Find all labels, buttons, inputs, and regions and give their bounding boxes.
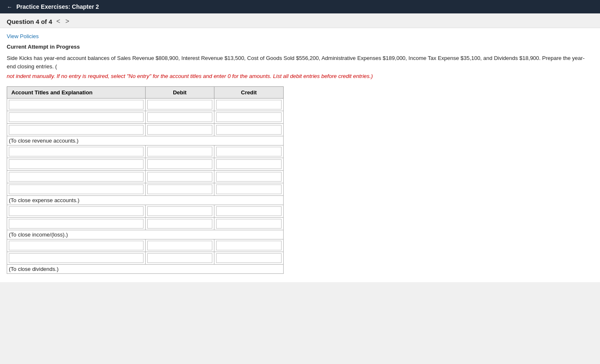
section-3-row-0-credit-input[interactable] bbox=[216, 241, 282, 250]
section-0-row-1-debit-input[interactable] bbox=[147, 112, 213, 122]
section-0-row-1-credit-input[interactable] bbox=[216, 112, 282, 122]
section-0-row-2-debit-input[interactable] bbox=[147, 125, 213, 135]
col-header-debit: Debit bbox=[145, 86, 214, 98]
back-arrow-icon[interactable]: ← bbox=[7, 4, 12, 10]
section-1-row-2-credit-input[interactable] bbox=[216, 172, 282, 182]
next-question-button[interactable]: > bbox=[65, 18, 70, 25]
section-1-row-3-account-input[interactable] bbox=[9, 185, 143, 194]
section-3-note: (To close dividends.) bbox=[7, 264, 284, 273]
section-0-row-2-account-input[interactable] bbox=[9, 125, 143, 135]
question-text: Side Kicks has year-end account balances… bbox=[7, 54, 593, 70]
section-1-row-2-debit-input[interactable] bbox=[147, 172, 213, 182]
section-2-note: (To close income/(loss).) bbox=[7, 230, 284, 239]
section-1-row-1-debit-input[interactable] bbox=[147, 159, 213, 169]
section-1-row-1-credit-input[interactable] bbox=[216, 159, 282, 169]
main-content: View Policies Current Attempt in Progres… bbox=[0, 28, 600, 282]
section-3-row-1-debit-input[interactable] bbox=[147, 253, 213, 263]
section-2-row-1-debit-input[interactable] bbox=[147, 219, 213, 229]
section-0-row-0-account-input[interactable] bbox=[9, 100, 143, 109]
question-text-instruction: not indent manually. If no entry is requ… bbox=[7, 72, 593, 81]
app-title: Practice Exercises: Chapter 2 bbox=[16, 3, 99, 10]
section-1-row-3-credit-input[interactable] bbox=[216, 185, 282, 194]
section-2-row-0-credit-input[interactable] bbox=[216, 206, 282, 216]
col-header-account: Account Titles and Explanation bbox=[7, 86, 146, 98]
section-3-row-1-credit-input[interactable] bbox=[216, 253, 282, 263]
app-header: ← Practice Exercises: Chapter 2 bbox=[0, 0, 600, 13]
journal-table: Account Titles and Explanation Debit Cre… bbox=[7, 86, 284, 274]
section-3-row-1-account-input[interactable] bbox=[9, 253, 143, 263]
section-1-row-0-credit-input[interactable] bbox=[216, 147, 282, 156]
prev-question-button[interactable]: < bbox=[55, 18, 61, 25]
current-attempt-label: Current Attempt in Progress bbox=[7, 44, 593, 50]
section-3-row-0-debit-input[interactable] bbox=[147, 241, 213, 250]
section-0-note: (To close revenue accounts.) bbox=[7, 136, 284, 145]
section-2-row-0-debit-input[interactable] bbox=[147, 206, 213, 216]
question-label: Question 4 of 4 bbox=[7, 18, 52, 25]
section-1-row-3-debit-input[interactable] bbox=[147, 185, 213, 194]
section-1-row-1-account-input[interactable] bbox=[9, 159, 143, 169]
section-2-row-1-credit-input[interactable] bbox=[216, 219, 282, 229]
col-header-credit: Credit bbox=[214, 86, 284, 98]
section-1-row-0-debit-input[interactable] bbox=[147, 147, 213, 156]
section-0-row-2-credit-input[interactable] bbox=[216, 125, 282, 135]
section-0-row-1-account-input[interactable] bbox=[9, 112, 143, 122]
subheader: Question 4 of 4 < > bbox=[0, 13, 600, 28]
section-1-note: (To close expense accounts.) bbox=[7, 195, 284, 205]
section-3-row-0-account-input[interactable] bbox=[9, 241, 143, 250]
section-2-row-0-account-input[interactable] bbox=[9, 206, 143, 216]
section-2-row-1-account-input[interactable] bbox=[9, 219, 143, 229]
section-0-row-0-credit-input[interactable] bbox=[216, 100, 282, 109]
section-1-row-2-account-input[interactable] bbox=[9, 172, 143, 182]
section-1-row-0-account-input[interactable] bbox=[9, 147, 143, 156]
section-0-row-0-debit-input[interactable] bbox=[147, 100, 213, 109]
view-policies-link[interactable]: View Policies bbox=[7, 33, 39, 39]
